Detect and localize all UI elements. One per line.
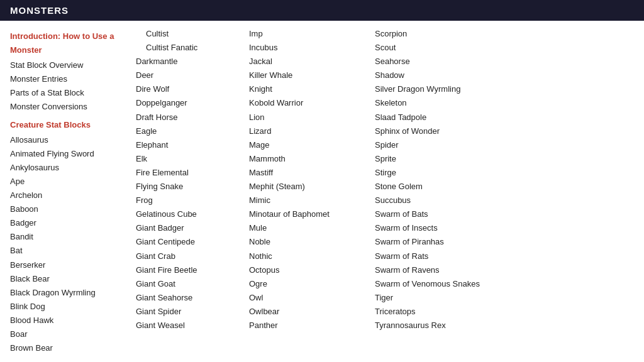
- col3-item[interactable]: Imp: [249, 27, 370, 41]
- sidebar-creature-item[interactable]: Allosaurus: [10, 133, 131, 147]
- col4-item[interactable]: Stone Golem: [375, 180, 508, 194]
- col3-item[interactable]: Octopus: [249, 263, 370, 277]
- sidebar-nav-item[interactable]: Monster Entries: [10, 72, 131, 86]
- sidebar-nav-item[interactable]: Stat Block Overview: [10, 58, 131, 72]
- col2-item[interactable]: Eagle: [136, 124, 244, 138]
- col2-item[interactable]: Cultist: [136, 27, 244, 41]
- col4-item[interactable]: Scout: [375, 41, 508, 55]
- col2-item[interactable]: Giant Spider: [136, 305, 244, 319]
- col3-item[interactable]: Owlbear: [249, 305, 370, 319]
- page-title: MONSTERS: [10, 5, 69, 16]
- sidebar-creature-item[interactable]: Black Bear: [10, 272, 131, 286]
- col4-items: ScorpionScoutSeahorseShadowSilver Dragon…: [375, 27, 508, 332]
- col3-item[interactable]: Lion: [249, 111, 370, 124]
- col3: ImpIncubusJackalKiller WhaleKnightKobold…: [249, 27, 375, 355]
- col4-item[interactable]: Swarm of Bats: [375, 207, 508, 221]
- sidebar-creature-item[interactable]: Animated Flying Sword: [10, 147, 131, 161]
- sidebar-creature-item[interactable]: Blood Hawk: [10, 314, 131, 327]
- creature-items: AllosaurusAnimated Flying SwordAnkylosau…: [10, 133, 131, 356]
- col3-item[interactable]: Nothic: [249, 250, 370, 263]
- page-header: MONSTERS: [0, 0, 644, 21]
- col3-item[interactable]: Minotaur of Baphomet: [249, 207, 370, 221]
- col4-item[interactable]: Sprite: [375, 152, 508, 166]
- col2-item[interactable]: Giant Centipede: [136, 235, 244, 249]
- col3-item[interactable]: Mammoth: [249, 152, 370, 166]
- col4-item[interactable]: Triceratops: [375, 305, 508, 319]
- intro-heading[interactable]: Introduction: How to Use a Monster: [10, 30, 131, 57]
- col2-item[interactable]: Giant Weasel: [136, 319, 244, 332]
- col2-item[interactable]: Giant Crab: [136, 250, 244, 263]
- col4-item[interactable]: Swarm of Ravens: [375, 263, 508, 277]
- col4-item[interactable]: Swarm of Piranhas: [375, 235, 508, 249]
- col2-items: CultistCultist FanaticDarkmantleDeerDire…: [136, 27, 244, 332]
- col4-item[interactable]: Skeleton: [375, 96, 508, 110]
- col3-item[interactable]: Ogre: [249, 277, 370, 291]
- col3-item[interactable]: Lizard: [249, 124, 370, 138]
- col4: ScorpionScoutSeahorseShadowSilver Dragon…: [375, 27, 513, 355]
- sidebar-nav-item[interactable]: Parts of a Stat Block: [10, 86, 131, 100]
- nav-items: Stat Block OverviewMonster EntriesParts …: [10, 58, 131, 114]
- sidebar-creature-item[interactable]: Berserker: [10, 258, 131, 272]
- sidebar-creature-item[interactable]: Blink Dog: [10, 300, 131, 314]
- sidebar-creature-item[interactable]: Baboon: [10, 202, 131, 216]
- col2-item[interactable]: Elk: [136, 152, 244, 166]
- sidebar-creature-item[interactable]: Boar: [10, 327, 131, 341]
- col4-item[interactable]: Swarm of Rats: [375, 250, 508, 263]
- main-content: Introduction: How to Use a Monster Stat …: [0, 21, 644, 361]
- col3-item[interactable]: Incubus: [249, 41, 370, 55]
- col2-item[interactable]: Deer: [136, 69, 244, 82]
- col3-item[interactable]: Killer Whale: [249, 69, 370, 82]
- col3-item[interactable]: Owl: [249, 291, 370, 305]
- col3-item[interactable]: Noble: [249, 235, 370, 249]
- col2-item[interactable]: Giant Badger: [136, 221, 244, 235]
- col4-item[interactable]: Swarm of Venomous Snakes: [375, 277, 508, 291]
- col3-item[interactable]: Mage: [249, 138, 370, 152]
- col2-item[interactable]: Elephant: [136, 138, 244, 152]
- col2: CultistCultist FanaticDarkmantleDeerDire…: [136, 27, 249, 355]
- sidebar-creature-item[interactable]: Ape: [10, 175, 131, 189]
- col2-item[interactable]: Gelatinous Cube: [136, 207, 244, 221]
- col2-item[interactable]: Fire Elemental: [136, 166, 244, 180]
- creature-heading[interactable]: Creature Stat Blocks: [10, 118, 131, 132]
- col4-item[interactable]: Slaad Tadpole: [375, 111, 508, 124]
- sidebar-creature-item[interactable]: Archelon: [10, 189, 131, 202]
- col3-item[interactable]: Kobold Warrior: [249, 96, 370, 110]
- col3-item[interactable]: Knight: [249, 82, 370, 96]
- col2-item[interactable]: Giant Goat: [136, 277, 244, 291]
- sidebar-creature-item[interactable]: Brown Bear: [10, 341, 131, 355]
- sidebar-col: Introduction: How to Use a Monster Stat …: [10, 27, 136, 355]
- col2-item[interactable]: Giant Seahorse: [136, 291, 244, 305]
- col4-item[interactable]: Tiger: [375, 291, 508, 305]
- col2-item[interactable]: Dire Wolf: [136, 82, 244, 96]
- sidebar-creature-item[interactable]: Bat: [10, 244, 131, 258]
- col4-item[interactable]: Succubus: [375, 194, 508, 207]
- col3-item[interactable]: Panther: [249, 319, 370, 332]
- col4-item[interactable]: Silver Dragon Wyrmling: [375, 82, 508, 96]
- col3-item[interactable]: Mastiff: [249, 166, 370, 180]
- col4-item[interactable]: Seahorse: [375, 55, 508, 69]
- col4-item[interactable]: Spider: [375, 138, 508, 152]
- col4-item[interactable]: Shadow: [375, 69, 508, 82]
- col4-item[interactable]: Stirge: [375, 166, 508, 180]
- col4-item[interactable]: Swarm of Insects: [375, 221, 508, 235]
- col4-item[interactable]: Sphinx of Wonder: [375, 124, 508, 138]
- col2-item[interactable]: Flying Snake: [136, 180, 244, 194]
- sidebar-creature-item[interactable]: Badger: [10, 216, 131, 230]
- col3-item[interactable]: Jackal: [249, 55, 370, 69]
- sidebar-creature-item[interactable]: Bandit: [10, 230, 131, 244]
- col2-item[interactable]: Giant Fire Beetle: [136, 263, 244, 277]
- col2-item[interactable]: Darkmantle: [136, 55, 244, 69]
- sidebar-nav-item[interactable]: Monster Conversions: [10, 100, 131, 114]
- col3-item[interactable]: Mule: [249, 221, 370, 235]
- col2-item[interactable]: Draft Horse: [136, 111, 244, 124]
- col2-item[interactable]: Doppelganger: [136, 96, 244, 110]
- col3-item[interactable]: Mephit (Steam): [249, 180, 370, 194]
- col4-item[interactable]: Scorpion: [375, 27, 508, 41]
- sidebar-creature-item[interactable]: Black Dragon Wyrmling: [10, 286, 131, 300]
- col2-item[interactable]: Frog: [136, 194, 244, 207]
- col3-item[interactable]: Mimic: [249, 194, 370, 207]
- col2-item[interactable]: Cultist Fanatic: [136, 41, 244, 55]
- col3-items: ImpIncubusJackalKiller WhaleKnightKobold…: [249, 27, 370, 332]
- sidebar-creature-item[interactable]: Ankylosaurus: [10, 161, 131, 175]
- col4-item[interactable]: Tyrannosaurus Rex: [375, 319, 508, 332]
